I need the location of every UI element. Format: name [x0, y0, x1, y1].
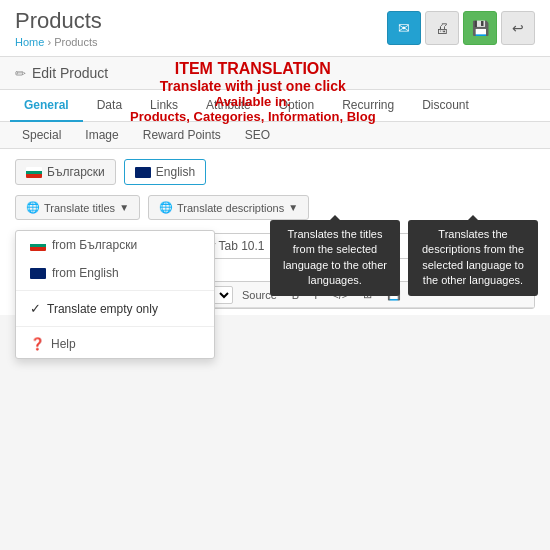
promo-available: Available in: — [130, 94, 376, 109]
translate-empty-label: Translate empty only — [47, 302, 158, 316]
tooltip-titles: Translates the titles from the selected … — [270, 220, 400, 296]
from-bg-label: from Български — [52, 238, 137, 252]
toolbar-actions: ✉ 🖨 💾 ↩ — [387, 11, 535, 45]
print-button[interactable]: 🖨 — [425, 11, 459, 45]
help-label: Help — [51, 337, 76, 351]
lang-en-button[interactable]: English — [124, 159, 206, 185]
promo-title: ITEM TRANSLATION — [130, 60, 376, 78]
lang-bg-button[interactable]: Български — [15, 159, 116, 185]
breadcrumb-home[interactable]: Home — [15, 36, 44, 48]
back-icon: ↩ — [512, 20, 524, 36]
help-icon: ❓ — [30, 337, 45, 351]
tab-image[interactable]: Image — [73, 122, 130, 148]
tab-general[interactable]: General — [10, 90, 83, 122]
email-icon: ✉ — [398, 20, 410, 36]
language-selector-area: Български English — [0, 149, 550, 195]
breadcrumb: Home › Products — [15, 36, 102, 48]
checkmark-icon: ✓ — [30, 301, 41, 316]
secondary-tabs: Special Image Reward Points SEO — [0, 122, 550, 149]
flag-en-small-icon — [30, 268, 46, 279]
save-button[interactable]: 💾 — [463, 11, 497, 45]
promo-overlay: ITEM TRANSLATION Translate with just one… — [130, 60, 376, 124]
translate-titles-label: Translate titles — [44, 202, 115, 214]
chevron-down-icon-desc: ▼ — [288, 202, 298, 213]
translate-desc-icon: 🌐 — [159, 201, 173, 214]
help-option[interactable]: ❓ Help — [16, 330, 214, 358]
promo-subtitle: Translate with just one click — [130, 78, 376, 94]
tab-seo[interactable]: SEO — [233, 122, 282, 148]
tab-data[interactable]: Data — [83, 90, 136, 122]
breadcrumb-current: Products — [54, 36, 97, 48]
tab-special[interactable]: Special — [10, 122, 73, 148]
promo-items: Products, Categories, Information, Blog — [130, 109, 376, 124]
from-en-option[interactable]: from English — [16, 259, 214, 287]
email-button[interactable]: ✉ — [387, 11, 421, 45]
chevron-down-icon: ▼ — [119, 202, 129, 213]
tab-reward-points[interactable]: Reward Points — [131, 122, 233, 148]
pencil-icon: ✏ — [15, 66, 26, 81]
tab-discount[interactable]: Discount — [408, 90, 483, 122]
edit-product-title: Edit Product — [32, 65, 108, 81]
flag-bg-icon — [26, 167, 42, 178]
translate-dropdown: from Български from English ✓ Translate … — [15, 230, 215, 359]
save-icon: 💾 — [472, 20, 489, 36]
flag-en-icon — [135, 167, 151, 178]
dropdown-divider — [16, 290, 214, 291]
print-icon: 🖨 — [435, 20, 449, 36]
translate-descriptions-button[interactable]: 🌐 Translate descriptions ▼ — [148, 195, 309, 220]
from-en-label: from English — [52, 266, 119, 280]
flag-bg-small-icon — [30, 240, 46, 251]
translate-empty-option[interactable]: ✓ Translate empty only — [16, 294, 214, 323]
lang-bg-label: Български — [47, 165, 105, 179]
translate-descriptions-label: Translate descriptions — [177, 202, 284, 214]
page-title: Products — [15, 8, 102, 34]
from-bg-option[interactable]: from Български — [16, 231, 214, 259]
translate-titles-button[interactable]: 🌐 Translate titles ▼ — [15, 195, 140, 220]
tooltip-descriptions: Translates the descriptions from the sel… — [408, 220, 538, 296]
lang-en-label: English — [156, 165, 195, 179]
dropdown-divider-2 — [16, 326, 214, 327]
back-button[interactable]: ↩ — [501, 11, 535, 45]
translate-icon: 🌐 — [26, 201, 40, 214]
